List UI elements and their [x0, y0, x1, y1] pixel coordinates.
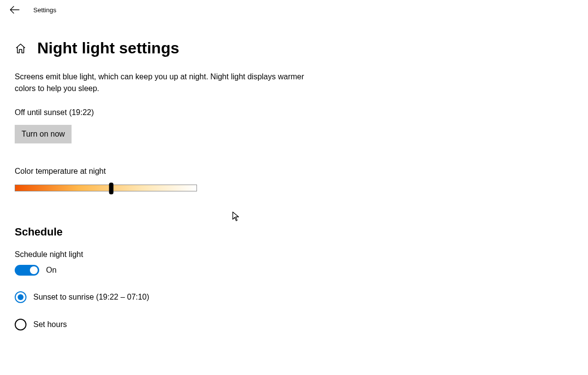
schedule-toggle-label: Schedule night light [15, 250, 328, 259]
turn-on-button[interactable]: Turn on now [15, 125, 72, 143]
description-text: Screens emit blue light, which can keep … [15, 71, 309, 94]
status-text: Off until sunset (19:22) [15, 108, 328, 117]
slider-thumb[interactable] [109, 183, 114, 194]
radio-indicator [15, 319, 26, 330]
toggle-knob [30, 266, 38, 274]
schedule-section-title: Schedule [15, 226, 328, 238]
radio-indicator [15, 291, 26, 303]
toggle-state-label: On [46, 266, 56, 275]
color-temperature-label: Color temperature at night [15, 167, 328, 176]
radio-label-set-hours: Set hours [33, 320, 67, 329]
radio-label-sunset: Sunset to sunrise (19:22 – 07:10) [33, 293, 149, 302]
radio-sunset-to-sunrise[interactable]: Sunset to sunrise (19:22 – 07:10) [15, 291, 328, 303]
page-title: Night light settings [37, 39, 179, 57]
color-temperature-slider[interactable] [15, 185, 197, 191]
header-label: Settings [33, 6, 56, 14]
home-icon[interactable] [15, 43, 26, 54]
back-button[interactable] [10, 6, 20, 14]
radio-set-hours[interactable]: Set hours [15, 319, 328, 330]
schedule-toggle[interactable] [15, 265, 39, 276]
